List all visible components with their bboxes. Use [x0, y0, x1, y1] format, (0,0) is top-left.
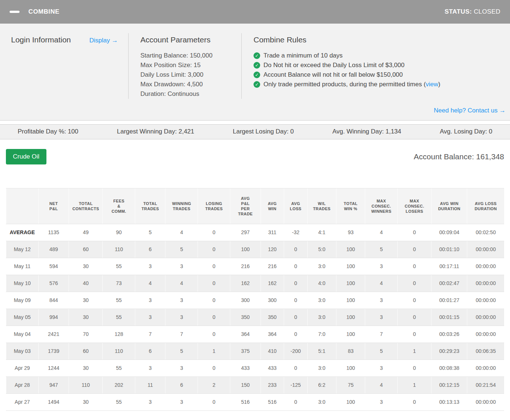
cell: 00:00:00: [467, 275, 504, 292]
row-label: Apr 29: [6, 360, 39, 377]
cell: 3: [135, 360, 165, 377]
cell: 364: [230, 326, 261, 343]
cell: 60: [69, 241, 103, 258]
view-link[interactable]: view: [426, 80, 438, 89]
column-header: NET P&L: [38, 188, 69, 224]
column-header: TOTAL CONTRACTS: [69, 188, 103, 224]
row-label: May 05: [6, 309, 39, 326]
cell: 3: [165, 292, 198, 309]
stat-label: Largest Winning Day:: [117, 128, 178, 135]
cell: 30: [69, 309, 103, 326]
page-title: COMBINE: [28, 8, 59, 15]
column-header: AVG LOSS: [284, 188, 308, 224]
cell: 150: [230, 377, 261, 394]
stat-item: Profitable Day %: 100: [18, 128, 78, 135]
cell: 5:1: [307, 343, 336, 360]
cell: 00:12:15: [432, 377, 467, 394]
table-row: Apr 289471102021162150233-1256:2754100:1…: [6, 377, 504, 394]
row-label: AVERAGE: [6, 224, 39, 241]
row-label: Apr 28: [6, 377, 39, 394]
table-row: May 11594305533021621603:01003000:17:110…: [6, 258, 504, 275]
cell: 100: [336, 258, 365, 275]
cell: 6: [165, 377, 198, 394]
cell: 3: [365, 258, 398, 275]
cell: 0: [284, 292, 308, 309]
cell: 55: [103, 258, 135, 275]
cell: 00:00:00: [467, 309, 504, 326]
column-header: AVG WIN DURATION: [432, 188, 467, 224]
cell: 0: [198, 224, 230, 241]
cell: 162: [230, 275, 261, 292]
column-header: AVG LOSS DURATION: [467, 188, 504, 224]
product-button-crude-oil[interactable]: Crude Oil: [6, 149, 46, 164]
cell: 00:29:23: [432, 343, 467, 360]
cell: 162: [261, 275, 284, 292]
cell: 3: [165, 394, 198, 411]
column-header: LOSING TRADES: [198, 188, 230, 224]
cell: 100: [336, 241, 365, 258]
cell: 4: [365, 224, 398, 241]
column-header: FEES & COMM.: [103, 188, 135, 224]
stats-bar: Profitable Day %: 100Largest Winning Day…: [0, 124, 510, 139]
cell: 100: [336, 275, 365, 292]
product-row: Crude Oil Account Balance: 161,348: [0, 139, 510, 164]
stat-item: Largest Winning Day: 2,421: [117, 128, 194, 135]
cell: 6: [135, 343, 165, 360]
account-balance-value: 161,348: [476, 152, 504, 161]
cell: 83: [336, 343, 365, 360]
row-label: May 09: [6, 292, 39, 309]
row-label: May 10: [6, 275, 39, 292]
cell: 00:00:00: [467, 241, 504, 258]
cell: 1739: [38, 343, 69, 360]
cell: 5:0: [307, 241, 336, 258]
account-parameters-section: Account Parameters Starting Balance: 150…: [128, 33, 241, 99]
cell: 3:0: [307, 309, 336, 326]
cell: 0: [398, 360, 432, 377]
cell: 100: [336, 326, 365, 343]
display-link[interactable]: Display →: [90, 37, 118, 44]
cell: 1244: [38, 360, 69, 377]
cell: 350: [261, 309, 284, 326]
cell: 576: [38, 275, 69, 292]
combine-rules-section: Combine Rules ✓Trade a minimum of 10 day…: [241, 33, 510, 99]
stat-value: 2,421: [178, 128, 194, 135]
table-row: May 10576407344016216204:01004000:02:470…: [6, 275, 504, 292]
cell: 947: [38, 377, 69, 394]
cell: 0: [398, 394, 432, 411]
table-header-row: NET P&LTOTAL CONTRACTSFEES & COMM.TOTAL …: [6, 188, 504, 224]
cell: 5: [365, 241, 398, 258]
cell: 3:0: [307, 360, 336, 377]
column-header-empty: [6, 188, 39, 224]
cell: 7: [365, 326, 398, 343]
cell: 11: [135, 377, 165, 394]
cell: 100: [336, 394, 365, 411]
column-header: W/L TRADES: [307, 188, 336, 224]
stat-label: Avg. Winning Day:: [332, 128, 385, 135]
cell: 00:08:38: [432, 360, 467, 377]
cell: 3: [365, 394, 398, 411]
login-information-header: Login Information Display →: [11, 35, 118, 51]
top-bar: COMBINE STATUS: CLOSED: [0, 0, 510, 24]
contact-us-link[interactable]: Need help? Contact us →: [434, 107, 506, 114]
cell: 3: [165, 360, 198, 377]
minimize-icon[interactable]: [10, 11, 20, 13]
cell: 00:00:00: [467, 258, 504, 275]
stat-value: 0: [290, 128, 294, 135]
cell: 1: [398, 377, 432, 394]
cell: 2421: [38, 326, 69, 343]
cell: 3: [135, 394, 165, 411]
cell: 410: [261, 343, 284, 360]
cell: 5: [165, 241, 198, 258]
cell: 90: [103, 224, 135, 241]
table-body: AVERAGE11354990540297311-324:1934000:09:…: [6, 224, 504, 411]
combine-rules-list: ✓Trade a minimum of 10 days✓Do Not hit o…: [254, 51, 501, 89]
column-header: AVG P&L PER TRADE: [230, 188, 261, 224]
cell: 3: [365, 292, 398, 309]
cell: 4: [365, 377, 398, 394]
rule-text: Account Balance will not hit or fall bel…: [263, 70, 403, 80]
account-balance-label: Account Balance:: [414, 152, 474, 161]
cell: 00:17:11: [432, 258, 467, 275]
cell: 55: [103, 394, 135, 411]
cell: 4:1: [307, 224, 336, 241]
cell: -200: [284, 343, 308, 360]
